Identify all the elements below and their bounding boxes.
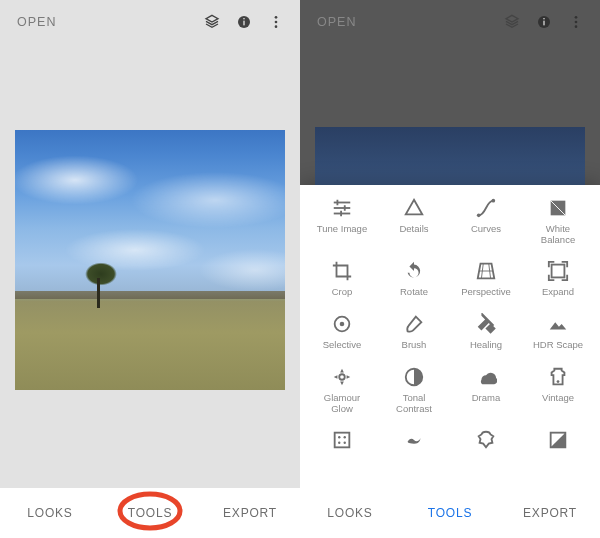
brush-icon: [403, 313, 425, 335]
more-icon[interactable]: [568, 14, 584, 30]
crop-icon: [331, 260, 353, 282]
left-screenshot: OPEN LOOKS TOOLS EXPORT: [0, 0, 300, 538]
tool-label: Tonal Contrast: [396, 393, 432, 415]
tool-label: Details: [399, 224, 428, 236]
curves-icon: [475, 197, 497, 219]
selective-icon: [331, 313, 353, 335]
details-icon: [403, 197, 425, 219]
tool-healing[interactable]: Healing: [450, 313, 522, 352]
right-topbar: OPEN: [300, 0, 600, 42]
info-icon[interactable]: [236, 14, 252, 30]
tool-label: HDR Scape: [533, 340, 583, 352]
glamour-glow-icon: [331, 366, 353, 388]
open-button[interactable]: OPEN: [17, 15, 204, 29]
right-screenshot: OPEN Tune ImageDetailsCurvesWhite Balanc…: [300, 0, 600, 538]
info-icon[interactable]: [536, 14, 552, 30]
tune-image-icon: [331, 197, 353, 219]
top-icons: [504, 14, 584, 30]
left-bottom-tabs: LOOKS TOOLS EXPORT: [0, 488, 300, 538]
tool-tonal-contrast[interactable]: Tonal Contrast: [378, 366, 450, 415]
tool-white-balance[interactable]: White Balance: [522, 197, 594, 246]
grainy-film-icon: [331, 429, 353, 451]
drama-icon: [475, 366, 497, 388]
tool-rotate[interactable]: Rotate: [378, 260, 450, 299]
tool-label: Selective: [323, 340, 362, 352]
tool-drama[interactable]: Drama: [450, 366, 522, 415]
expand-icon: [547, 260, 569, 282]
tool-label: Vintage: [542, 393, 574, 405]
perspective-icon: [475, 260, 497, 282]
tool-label: White Balance: [541, 224, 575, 246]
tool-vintage[interactable]: Vintage: [522, 366, 594, 415]
tool-brush[interactable]: Brush: [378, 313, 450, 352]
right-dimmed-area: OPEN: [300, 0, 600, 185]
tool-black-white[interactable]: [522, 429, 594, 451]
photo-preview[interactable]: [15, 130, 285, 390]
tool-label: Crop: [332, 287, 353, 299]
tab-tools[interactable]: TOOLS: [100, 488, 200, 538]
tool-retrolux[interactable]: [378, 429, 450, 451]
tool-glamour-glow[interactable]: Glamour Glow: [306, 366, 378, 415]
black-white-icon: [547, 429, 569, 451]
stacks-icon[interactable]: [504, 14, 520, 30]
right-bottom-tabs: LOOKS TOOLS EXPORT: [300, 488, 600, 538]
top-icons: [204, 14, 284, 30]
tool-label: Rotate: [400, 287, 428, 299]
tab-export[interactable]: EXPORT: [200, 488, 300, 538]
open-button[interactable]: OPEN: [317, 15, 504, 29]
tool-label: Drama: [472, 393, 501, 405]
tool-details[interactable]: Details: [378, 197, 450, 246]
tool-curves[interactable]: Curves: [450, 197, 522, 246]
tool-label: Perspective: [461, 287, 511, 299]
tool-label: Tune Image: [317, 224, 367, 236]
tool-hdr-scape[interactable]: HDR Scape: [522, 313, 594, 352]
tool-label: Expand: [542, 287, 574, 299]
retrolux-icon: [403, 429, 425, 451]
hdr-scape-icon: [547, 313, 569, 335]
tool-label: Curves: [471, 224, 501, 236]
tool-label: Glamour Glow: [324, 393, 360, 415]
more-icon[interactable]: [268, 14, 284, 30]
tools-panel: Tune ImageDetailsCurvesWhite BalanceCrop…: [300, 185, 600, 488]
photo-preview-dimmed: [315, 127, 585, 185]
tool-selective[interactable]: Selective: [306, 313, 378, 352]
tool-label: Healing: [470, 340, 502, 352]
grunge-icon: [475, 429, 497, 451]
vintage-icon: [547, 366, 569, 388]
tab-looks[interactable]: LOOKS: [300, 488, 400, 538]
photo-clouds: [15, 130, 285, 291]
tab-looks[interactable]: LOOKS: [0, 488, 100, 538]
tool-tune-image[interactable]: Tune Image: [306, 197, 378, 246]
tonal-contrast-icon: [403, 366, 425, 388]
tool-perspective[interactable]: Perspective: [450, 260, 522, 299]
tool-expand[interactable]: Expand: [522, 260, 594, 299]
white-balance-icon: [547, 197, 569, 219]
tool-label: Brush: [402, 340, 427, 352]
rotate-icon: [403, 260, 425, 282]
tool-grainy-film[interactable]: [306, 429, 378, 451]
left-topbar: OPEN: [0, 0, 300, 42]
tab-tools[interactable]: TOOLS: [400, 488, 500, 538]
tab-export[interactable]: EXPORT: [500, 488, 600, 538]
stacks-icon[interactable]: [204, 14, 220, 30]
tool-crop[interactable]: Crop: [306, 260, 378, 299]
healing-icon: [475, 313, 497, 335]
tool-grunge[interactable]: [450, 429, 522, 451]
